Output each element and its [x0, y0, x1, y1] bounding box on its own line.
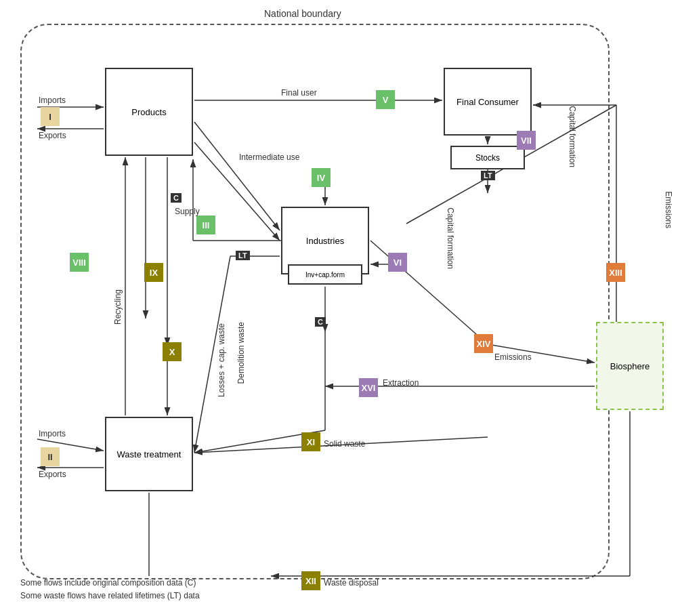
- stocks-box: Stocks: [450, 146, 525, 169]
- badge-III: III: [196, 215, 215, 234]
- badge-VIII: VIII: [70, 253, 89, 272]
- boundary-label: National boundary: [264, 8, 341, 19]
- final-consumer-box: Final Consumer: [444, 68, 532, 136]
- C-top-label: C: [171, 193, 182, 203]
- stocks-label: Stocks: [475, 153, 500, 163]
- badge-XIV: XIV: [474, 334, 493, 353]
- imports-bottom-label: Imports: [39, 429, 66, 438]
- inv-cap-label: Inv+cap.form: [305, 271, 345, 279]
- badge-II: II: [41, 447, 60, 466]
- waste-disposal-label: Waste disposal: [324, 578, 379, 588]
- badge-I: I: [41, 107, 60, 126]
- badge-XVI: XVI: [359, 378, 378, 397]
- solid-waste-label: Solid waste: [324, 439, 365, 449]
- badge-XI: XI: [301, 432, 320, 451]
- LT-industries-label: LT: [236, 251, 250, 260]
- intermediate-use-label: Intermediate use: [239, 152, 299, 162]
- products-box: Products: [105, 68, 193, 156]
- demolition-waste-label: Demolition waste: [236, 322, 246, 384]
- badge-VII: VII: [517, 131, 536, 150]
- footer-line2: Some waste flows have related lifetimes …: [20, 590, 200, 602]
- imports-top-label: Imports: [39, 96, 66, 105]
- badge-V: V: [376, 90, 395, 109]
- badge-XIII: XIII: [606, 263, 625, 282]
- badge-VI: VI: [388, 253, 407, 272]
- badge-IV: IV: [312, 168, 331, 187]
- waste-treatment-label: Waste treatment: [117, 449, 182, 459]
- badge-X: X: [163, 342, 182, 361]
- final-consumer-label: Final Consumer: [456, 97, 519, 107]
- extraction-label: Extraction: [383, 378, 419, 388]
- footer: Some flows include original composition …: [20, 577, 200, 602]
- inv-cap-box: Inv+cap.form: [288, 264, 362, 285]
- biosphere-box: Biosphere: [596, 322, 664, 410]
- badge-IX: IX: [144, 263, 163, 282]
- C-industries-label: C: [315, 317, 326, 327]
- biosphere-label: Biosphere: [610, 361, 650, 371]
- exports-top-label: Exports: [39, 131, 66, 140]
- emissions-label: Emissions: [494, 352, 532, 362]
- waste-treatment-box: Waste treatment: [105, 417, 193, 491]
- supply-label: Supply: [175, 207, 200, 216]
- footer-line1: Some flows include original composition …: [20, 577, 200, 590]
- recycling-label: Recycling: [113, 289, 123, 325]
- industries-label: Industries: [306, 236, 344, 246]
- losses-cap-waste-label: Losses + cap. waste: [217, 323, 226, 397]
- products-label: Products: [131, 107, 166, 117]
- emissions-right-label: Emissions: [664, 191, 673, 228]
- capital-formation-right-label: Capital formation: [568, 106, 577, 167]
- final-user-label: Final user: [281, 88, 317, 98]
- badge-XII: XII: [301, 571, 320, 590]
- exports-bottom-label: Exports: [39, 470, 66, 479]
- LT-top-label: LT: [481, 171, 495, 180]
- capital-formation-industries-label: Capital formation: [446, 207, 455, 269]
- diagram: National boundary: [0, 0, 680, 616]
